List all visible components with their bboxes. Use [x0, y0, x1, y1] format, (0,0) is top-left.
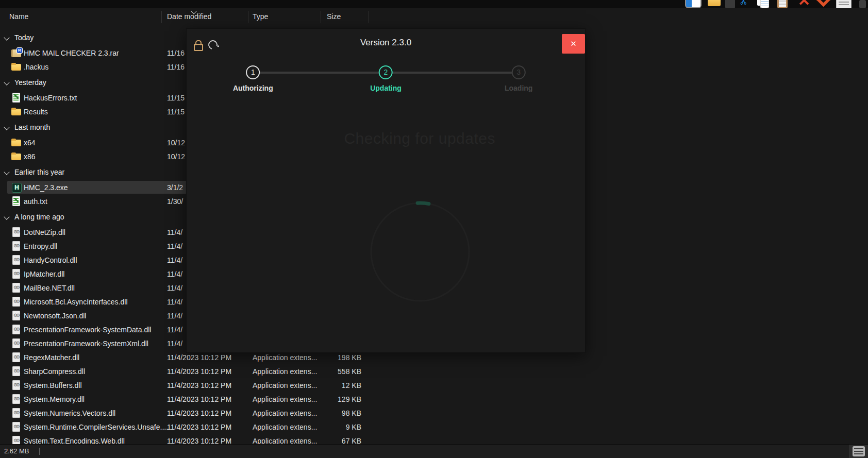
file-date: 11/4/2023 10:12 PM	[167, 395, 231, 403]
details-view-button[interactable]	[849, 445, 868, 458]
folder-file-icon	[11, 107, 22, 117]
folder-file-icon	[11, 151, 22, 162]
file-name: Results	[24, 108, 48, 116]
delete-x-icon[interactable]	[796, 0, 812, 8]
file-name: System.Buffers.dll	[24, 381, 82, 389]
statusbar-separator	[39, 448, 40, 455]
document-icon[interactable]	[836, 0, 852, 8]
dll-file-icon	[11, 227, 22, 238]
file-date: 11/4/2023 10:12 PM	[167, 353, 231, 362]
details-view-icon	[853, 446, 865, 456]
toolbar-strip	[0, 0, 868, 8]
file-name: HMC_2.3.exe	[24, 183, 68, 192]
loading-ring	[369, 200, 472, 303]
step-authorizing: 1Authorizing	[233, 65, 273, 92]
dll-file-icon	[11, 255, 22, 265]
file-type: Application extens...	[253, 367, 317, 376]
paste-icon[interactable]	[777, 0, 788, 8]
file-name: auth.txt	[24, 197, 47, 206]
file-row[interactable]: System.Numerics.Vectors.dll11/4/2023 10:…	[0, 406, 868, 420]
updater-dialog: Version 2.3.0 ✕ 1Authorizing2Updating3Lo…	[186, 28, 586, 353]
file-name: HMC MAIL CHECKER 2.3.rar	[24, 49, 119, 57]
dll-file-icon	[11, 352, 22, 363]
column-divider	[321, 11, 321, 23]
scrollbar-thumb[interactable]	[859, 0, 866, 8]
chevron-down-icon	[4, 124, 9, 130]
file-date: 11/4/	[167, 298, 182, 306]
column-header-date[interactable]: Date modified	[167, 12, 211, 21]
file-name: System.Numerics.Vectors.dll	[24, 409, 115, 417]
step-updating: 2Updating	[370, 65, 402, 92]
column-header-row: Name Date modified Type Size	[0, 8, 868, 24]
file-type: Application extens...	[253, 423, 317, 431]
explorer-window: Name Date modified Type Size TodayHMC MA…	[0, 0, 868, 458]
file-date: 11/4/	[167, 326, 182, 334]
file-date: 11/4/	[167, 228, 182, 236]
dll-file-icon	[11, 394, 22, 404]
file-size: 198 KB	[309, 353, 361, 362]
file-date: 11/15	[167, 94, 185, 102]
file-date: 11/4/2023 10:12 PM	[167, 367, 231, 376]
dll-file-icon	[11, 325, 22, 335]
update-status-text: Checking for updates	[344, 130, 495, 147]
file-name: HandyControl.dll	[24, 256, 77, 264]
chevron-down-icon	[4, 79, 9, 85]
file-name: System.Memory.dll	[24, 395, 85, 403]
file-date: 3/1/2	[167, 183, 183, 192]
folder-file-icon	[11, 138, 22, 148]
file-date: 11/16	[167, 49, 185, 57]
step-label: Loading	[505, 84, 532, 92]
column-header-type[interactable]: Type	[253, 12, 268, 21]
column-divider	[369, 11, 369, 23]
file-date: 10/12	[167, 139, 185, 147]
file-size: 558 KB	[309, 367, 361, 376]
column-header-name[interactable]: Name	[9, 12, 28, 21]
copy-icon[interactable]	[757, 0, 770, 8]
folder-file-icon	[11, 62, 22, 72]
file-date: 10/12	[167, 152, 185, 161]
file-type: Application extens...	[253, 409, 317, 417]
rar-file-icon	[11, 48, 22, 58]
status-bar: 2.62 MB	[0, 444, 868, 458]
scissors-icon[interactable]	[737, 0, 750, 7]
step-number: 2	[379, 65, 393, 79]
dll-file-icon	[11, 269, 22, 279]
file-date: 11/4/	[167, 256, 182, 264]
total-size-text: 2.62 MB	[4, 445, 29, 458]
file-row[interactable]: System.Buffers.dll11/4/2023 10:12 PMAppl…	[0, 378, 868, 392]
file-row[interactable]: System.Memory.dll11/4/2023 10:12 PMAppli…	[0, 392, 868, 406]
group-label: Today	[14, 33, 34, 42]
app-frame-icon[interactable]	[685, 0, 702, 8]
pressed-square	[725, 0, 735, 8]
step-loading: 3Loading	[505, 65, 532, 92]
file-date: 11/4/2023 10:12 PM	[167, 381, 231, 389]
chevron-down-icon	[4, 169, 9, 175]
file-row[interactable]: System.Runtime.CompilerServices.Unsafe..…	[0, 420, 868, 434]
file-name: Entropy.dll	[24, 242, 57, 250]
step-label: Authorizing	[233, 84, 273, 92]
file-size: 9 KB	[309, 423, 361, 431]
file-row[interactable]: SharpCompress.dll11/4/2023 10:12 PMAppli…	[0, 364, 868, 378]
file-date: 11/4/	[167, 242, 182, 250]
file-date: 1/30/	[167, 197, 183, 206]
step-number: 1	[246, 65, 260, 79]
txt-file-icon	[11, 93, 22, 103]
column-header-size[interactable]: Size	[327, 12, 341, 21]
close-button[interactable]: ✕	[562, 34, 585, 54]
orange-chevron-down-icon[interactable]	[815, 0, 832, 7]
dll-file-icon	[11, 422, 22, 432]
file-date: 11/4/	[167, 340, 182, 348]
step-connector	[386, 72, 519, 74]
file-name: PresentationFramework-SystemXml.dll	[24, 340, 148, 348]
file-name: x86	[24, 152, 36, 161]
file-size: 129 KB	[309, 395, 361, 403]
file-date: 11/4/	[167, 312, 182, 320]
step-number: 3	[512, 65, 526, 79]
group-label: Earlier this year	[14, 168, 64, 176]
folder-icon[interactable]	[708, 0, 721, 6]
file-date: 11/4/2023 10:12 PM	[167, 409, 231, 417]
chevron-down-icon	[4, 214, 9, 219]
file-name: MailBee.NET.dll	[24, 284, 75, 292]
file-date: 11/15	[167, 108, 185, 116]
dialog-title: Version 2.3.0	[187, 38, 585, 48]
